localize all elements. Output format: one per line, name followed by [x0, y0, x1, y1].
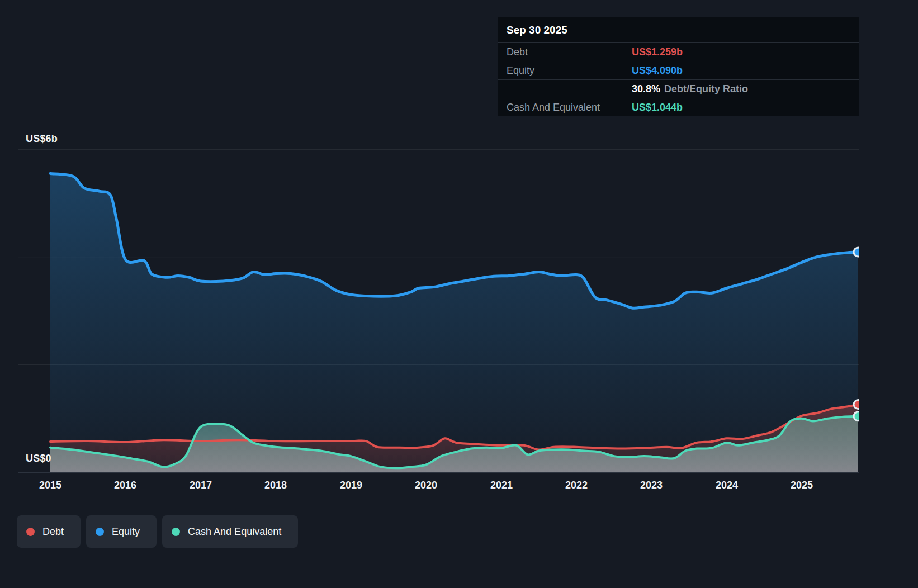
x-axis-label: 2015 — [39, 480, 61, 491]
tooltip-row-ratio: 30.8%Debt/Equity Ratio — [498, 79, 859, 98]
x-axis-label: 2021 — [490, 480, 513, 491]
tooltip-date: Sep 30 2025 — [498, 17, 859, 42]
debt-equity-history-chart: US$6b US$0 2015 2016 2017 2018 2019 2020… — [0, 0, 918, 588]
tooltip-cash-value: US$1.044b — [632, 102, 683, 113]
tooltip-equity-label: Equity — [507, 65, 632, 76]
x-axis-label: 2023 — [640, 480, 663, 491]
legend-item-cash[interactable]: Cash And Equivalent — [162, 515, 298, 548]
legend-label-equity: Equity — [112, 526, 140, 538]
tooltip-ratio-label: Debt/Equity Ratio — [664, 83, 748, 94]
x-axis: 2015 2016 2017 2018 2019 2020 2021 2022 … — [0, 480, 918, 497]
plot-area — [50, 173, 863, 472]
legend-item-debt[interactable]: Debt — [17, 515, 81, 548]
x-axis-label: 2025 — [791, 480, 813, 491]
tooltip-debt-label: Debt — [507, 46, 632, 58]
legend-label-cash: Cash And Equivalent — [188, 526, 281, 538]
tooltip-cash-label: Cash And Equivalent — [507, 102, 632, 113]
equity-area — [50, 173, 858, 472]
equity-dot-icon — [96, 528, 104, 536]
x-axis-label: 2022 — [565, 480, 588, 491]
tooltip-ratio: 30.8%Debt/Equity Ratio — [632, 83, 748, 94]
cash-end-marker — [854, 412, 863, 421]
tooltip-row-debt: Debt US$1.259b — [498, 42, 859, 61]
tooltip: Sep 30 2025 Debt US$1.259b Equity US$4.0… — [498, 17, 859, 116]
x-axis-label: 2016 — [114, 480, 136, 491]
equity-end-marker — [854, 248, 863, 257]
y-axis-label-zero: US$0 — [26, 453, 51, 464]
tooltip-debt-value: US$1.259b — [632, 46, 683, 58]
x-axis-label: 2020 — [415, 480, 437, 491]
x-axis-label: 2018 — [264, 480, 287, 491]
y-axis-label-max: US$6b — [26, 133, 58, 145]
debt-end-marker — [854, 400, 863, 409]
x-axis-label: 2024 — [716, 480, 738, 491]
tooltip-row-cash: Cash And Equivalent US$1.044b — [498, 98, 859, 116]
tooltip-equity-value: US$4.090b — [632, 65, 683, 76]
legend: Debt Equity Cash And Equivalent — [17, 515, 298, 548]
cash-dot-icon — [172, 528, 180, 536]
tooltip-ratio-value: 30.8% — [632, 83, 660, 94]
x-axis-label: 2017 — [190, 480, 212, 491]
tooltip-row-equity: Equity US$4.090b — [498, 61, 859, 79]
x-axis-label: 2019 — [340, 480, 362, 491]
legend-label-debt: Debt — [42, 526, 64, 538]
debt-dot-icon — [26, 528, 35, 536]
legend-item-equity[interactable]: Equity — [86, 515, 157, 548]
